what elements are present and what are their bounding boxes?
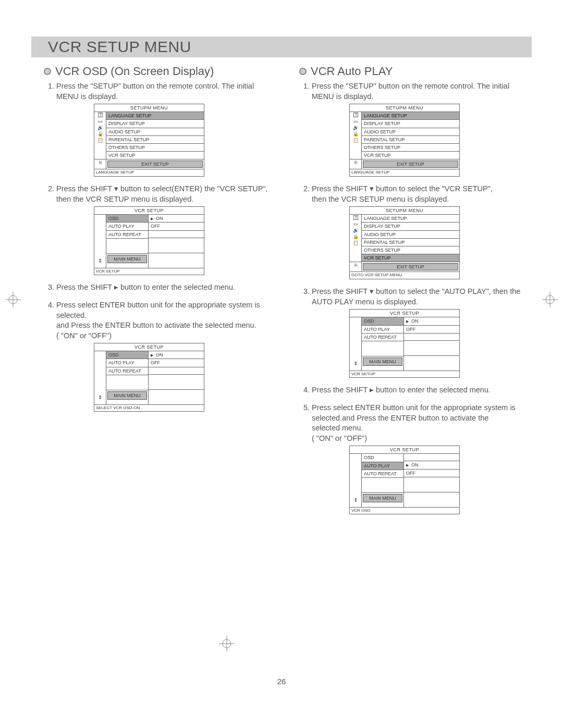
page-title-bar: VCR SETUP MENU (31, 36, 532, 57)
osd-vcr-setup: VCR SETUP ⇕ OSD AUTO PLAY AUTO REPEAT MA… (349, 309, 460, 378)
vcr-key: AUTO REPEAT (362, 470, 403, 478)
menu-item: DISPLAY SETUP (362, 223, 459, 230)
step: Press the SHIFT ▸ button to enter the se… (312, 385, 532, 396)
osd-main-menu: SETUPM MENU 🅃 ▭ 🔊 🔒 📋 LANGUAGE SETUP (349, 104, 460, 177)
menu-item: VCR SETUP (362, 254, 459, 262)
osd-arrow-icon: ⇕ (350, 454, 362, 507)
osd-vcr-setup: VCR SETUP ⇕ OSD AUTO PLAY AUTO REPEAT MA… (94, 206, 204, 275)
menu-item: AUDIO SETUP (362, 128, 459, 136)
vcr-key: AUTO PLAY (362, 462, 403, 470)
vcr-value: OFF (149, 359, 204, 367)
osd-status: VCR SETUP (350, 371, 459, 378)
osd-main-menu: SETUPM MENU 🅃 ▭ 🔊 🔒 📋 LANGUAGE SETUP (94, 104, 204, 177)
menu-item: OTHERS SETUP (106, 144, 204, 152)
menu-item: PARENTAL SETUP (362, 136, 459, 144)
step: Press select ENTER button unit for the a… (56, 300, 276, 412)
osd-status: GOTO VCR SETUP MENU (350, 272, 459, 279)
exit-setup-button: EXIT SETUP (363, 161, 458, 168)
steps-left: Press the "SETUP" button on the remote c… (56, 81, 276, 412)
menu-item: LANGUAGE SETUP (106, 112, 204, 120)
registration-mark-icon (542, 292, 558, 307)
exit-icon: ⎘ (350, 262, 362, 272)
menu-item: AUDIO SETUP (106, 128, 204, 136)
osd-status: LANGUAGE SETUP (350, 169, 459, 176)
step: Press the SHIFT ▾ button to select the "… (312, 287, 532, 378)
vcr-value: OFF (404, 470, 459, 477)
section-heading-right: VCR Auto PLAY (311, 65, 393, 78)
menu-item: DISPLAY SETUP (106, 120, 204, 128)
menu-item: LANGUAGE SETUP (362, 215, 459, 223)
registration-mark-icon (5, 292, 21, 307)
vcr-key: OSD (362, 454, 403, 462)
page-title: VCR SETUP MENU (48, 38, 191, 56)
vcr-key: OSD (106, 215, 148, 223)
osd-main-menu: SETUPM MENU 🅃 ▭ 🔊 🔒 📋 LANGUAGE SETUP (349, 206, 460, 279)
menu-item: OTHERS SETUP (362, 144, 459, 152)
step: Press the SHIFT ▸ button to enter the se… (56, 282, 276, 293)
bullet-icon (44, 68, 51, 75)
vcr-value: OFF (149, 223, 204, 230)
main-menu-button: MAIN MENU (363, 494, 402, 502)
exit-icon: ⎘ (94, 159, 106, 169)
exit-setup-button: EXIT SETUP (363, 263, 458, 270)
vcr-key: OSD (106, 351, 148, 359)
vcr-key: AUTO PLAY (106, 359, 148, 367)
menu-item: DISPLAY SETUP (362, 120, 459, 128)
vcr-value: ON (149, 351, 204, 359)
main-menu-button: MAIN MENU (363, 357, 402, 366)
menu-item: PARENTAL SETUP (362, 239, 459, 246)
menu-item: OTHERS SETUP (362, 246, 459, 254)
osd-icon-strip: 🅃 ▭ 🔊 🔒 📋 (94, 112, 106, 159)
exit-icon: ⎘ (350, 159, 362, 169)
left-column: VCR OSD (On Screen Display) Press the "S… (31, 65, 276, 522)
menu-item: PARENTAL SETUP (106, 136, 204, 144)
vcr-key: OSD (362, 317, 403, 325)
vcr-key: AUTO PLAY (106, 223, 148, 230)
section-heading-left: VCR OSD (On Screen Display) (55, 65, 214, 78)
osd-status: LANGUAGE SETUP (94, 169, 204, 176)
osd-arrow-icon: ⇕ (94, 351, 106, 404)
osd-status: VCR SETUP (94, 268, 204, 275)
osd-status: VCR OSD (350, 507, 459, 514)
bullet-icon (299, 68, 307, 75)
vcr-value: ON (149, 215, 204, 223)
main-menu-button: MAIN MENU (107, 255, 147, 263)
menu-item: LANGUAGE SETUP (362, 112, 459, 120)
osd-icon-strip: 🅃 ▭ 🔊 🔒 📋 (350, 112, 362, 159)
registration-mark-icon (219, 636, 235, 651)
steps-right: Press the "SETUP" button on the remote c… (312, 81, 532, 514)
step: Press the "SETUP" button on the remote c… (312, 81, 532, 177)
osd-arrow-icon: ⇕ (350, 317, 362, 370)
vcr-key: AUTO REPEAT (106, 367, 148, 375)
main-menu-button: MAIN MENU (107, 391, 147, 400)
page-number: 26 (31, 677, 532, 686)
osd-vcr-setup: VCR SETUP ⇕ OSD AUTO PLAY AUTO REPEAT MA… (349, 446, 460, 514)
step: Press the "SETUP" button on the remote c… (56, 81, 276, 177)
step: Press select ENTER button unit for the a… (312, 403, 532, 514)
vcr-key: AUTO REPEAT (362, 334, 403, 341)
exit-setup-button: EXIT SETUP (107, 161, 203, 168)
osd-icon-strip: 🅃 ▭ 🔊 🔒 📋 (350, 215, 362, 262)
vcr-value: OFF (404, 326, 459, 334)
osd-arrow-icon: ⇕ (94, 215, 106, 267)
osd-vcr-setup: VCR SETUP ⇕ OSD AUTO PLAY AUTO REPEAT MA… (94, 343, 204, 412)
vcr-key: AUTO PLAY (362, 326, 403, 334)
right-column: VCR Auto PLAY Press the "SETUP" button o… (287, 65, 532, 522)
vcr-key: AUTO REPEAT (106, 231, 148, 239)
step: Press the SHIFT ▾ button to select the "… (312, 184, 532, 279)
menu-item: AUDIO SETUP (362, 231, 459, 239)
menu-item: VCR SETUP (362, 152, 459, 159)
vcr-value: ON (404, 317, 459, 325)
step: Press the SHIFT ▾ button to select(ENTER… (56, 184, 276, 275)
menu-item: VCR SETUP (106, 152, 204, 159)
osd-status: SELECT VCR OSD-ON (94, 404, 204, 412)
vcr-value: ON (404, 461, 459, 469)
